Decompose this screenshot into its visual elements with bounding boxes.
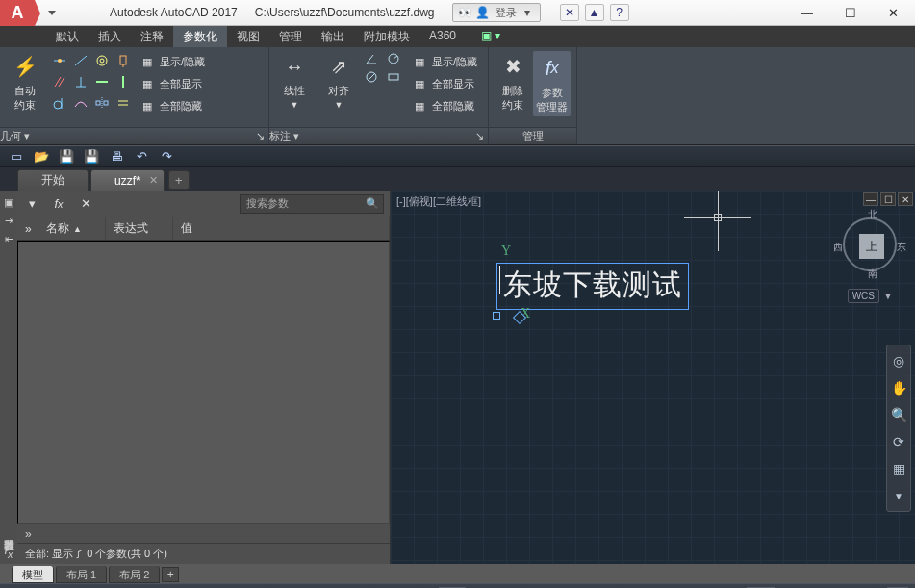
open-icon[interactable]: 📂 <box>33 148 50 166</box>
constraint-vertical-icon[interactable] <box>114 72 133 91</box>
nav-orbit-icon[interactable]: ⟳ <box>889 432 908 451</box>
exchange-icon[interactable]: ✕ <box>560 4 579 21</box>
help-icon[interactable]: ? <box>610 4 629 21</box>
title-search[interactable]: 👀 👤 登录 ▾ <box>452 3 541 22</box>
delete-constraints-button[interactable]: ✖ 删除 约束 <box>495 51 531 113</box>
close-button[interactable]: ✕ <box>872 0 915 26</box>
constraint-collinear-icon[interactable] <box>71 51 90 70</box>
dim-aligned-button[interactable]: ⇗ 对齐 ▼ <box>319 51 358 110</box>
undo-icon[interactable]: ↶ <box>133 148 150 166</box>
grip-handle[interactable] <box>493 312 500 320</box>
ribbon-tab-insert[interactable]: 插入 <box>89 26 131 47</box>
dim-show-hide-button[interactable]: ▦显示/隐藏 <box>411 51 477 72</box>
plot-icon[interactable]: 🖶 <box>108 148 125 166</box>
panel-title-dimensional[interactable]: 标注 ▾ ↘ <box>269 127 488 144</box>
close-tab-icon[interactable]: ✕ <box>149 174 158 187</box>
redo-icon[interactable]: ↷ <box>158 148 175 166</box>
geo-constraint-grid <box>50 51 133 113</box>
save-icon[interactable]: 💾 <box>58 148 75 166</box>
constraint-symmetric-icon[interactable] <box>92 93 112 113</box>
constraint-smooth-icon[interactable] <box>71 93 90 113</box>
fx-icon[interactable]: fx <box>50 195 67 213</box>
sort-asc-icon: ▲ <box>73 224 82 234</box>
dim-angular-icon[interactable] <box>364 51 383 66</box>
minimize-button[interactable]: — <box>785 0 828 26</box>
geo-hide-all-button[interactable]: ▦全部隐藏 <box>139 95 205 116</box>
new-icon[interactable]: ▭ <box>8 148 25 166</box>
layout-tab-model[interactable]: 模型 <box>12 566 54 583</box>
saveas-icon[interactable]: 💾 <box>83 148 100 166</box>
param-search-input[interactable]: 搜索参数 🔍 <box>240 194 384 214</box>
app-menu-dropdown-icon[interactable] <box>48 11 56 15</box>
ribbon-tab-output[interactable]: 输出 <box>312 26 354 47</box>
ribbon-tab-a360[interactable]: A360 <box>419 26 466 47</box>
dim-show-all-button[interactable]: ▦全部显示 <box>411 73 477 94</box>
constraint-perpendicular-icon[interactable] <box>71 72 90 91</box>
dim-convert-icon[interactable] <box>386 69 405 85</box>
nav-wheel-icon[interactable]: ◎ <box>889 351 908 371</box>
ribbon-tab-default[interactable]: 默认 <box>46 26 89 47</box>
nav-pan-icon[interactable]: ✋ <box>889 378 908 397</box>
ribbon-tab-annotate[interactable]: 注释 <box>131 26 173 47</box>
add-layout-button[interactable]: + <box>162 567 179 582</box>
vc-close-icon[interactable]: ✕ <box>898 192 913 206</box>
wcs-label[interactable]: WCS <box>848 289 879 303</box>
col-expression[interactable]: 表达式 <box>106 217 173 240</box>
app-logo[interactable]: A <box>0 0 35 26</box>
login-label[interactable]: 登录 <box>496 6 517 20</box>
dim-diameter-icon[interactable] <box>364 69 383 85</box>
parameters-manager-button[interactable]: fx 参数 管理器 <box>533 51 571 116</box>
layout-tab-2[interactable]: 布局 2 <box>109 566 160 583</box>
dialog-launcher-icon[interactable]: ↘ <box>475 130 484 142</box>
col-value[interactable]: 值 <box>173 217 390 240</box>
dialog-launcher-icon[interactable]: ↘ <box>256 130 265 142</box>
filter-icon[interactable]: ▾ <box>23 195 40 213</box>
constraint-tangent-icon[interactable] <box>50 93 69 113</box>
vc-max-icon[interactable]: ☐ <box>880 192 896 206</box>
viewcube-face[interactable]: 上 <box>859 234 884 259</box>
file-tab-uzzf[interactable]: uzzf*✕ <box>90 169 165 191</box>
geo-show-all-button[interactable]: ▦全部显示 <box>139 73 205 94</box>
document-tabs: 开始 uzzf*✕ + <box>0 167 915 191</box>
constraint-parallel-icon[interactable] <box>50 72 69 91</box>
file-tab-start[interactable]: 开始 <box>17 169 89 191</box>
ribbon-tab-parametric[interactable]: 参数化 <box>173 26 227 47</box>
layout-tab-1[interactable]: 布局 1 <box>56 566 107 583</box>
col-name[interactable]: 名称 ▲ <box>38 217 106 240</box>
text-edit-box[interactable]: 东坡下载测试 <box>496 263 689 310</box>
dim-radius-icon[interactable] <box>386 51 405 66</box>
nav-zoom-icon[interactable]: 🔍 <box>889 405 908 424</box>
viewport-label[interactable]: [-][俯视][二维线框] <box>396 194 481 209</box>
maximize-button[interactable]: ☐ <box>828 0 872 26</box>
nav-showmotion-icon[interactable]: ▦ <box>889 459 908 478</box>
palette-button-3[interactable]: ⇤ <box>5 233 13 245</box>
palette-button-2[interactable]: ⇥ <box>5 215 13 227</box>
constraint-equal-icon[interactable] <box>114 93 133 113</box>
collapse-button[interactable]: » <box>17 217 38 240</box>
autodesk-icon[interactable]: ▲ <box>585 4 604 21</box>
svg-point-4 <box>100 59 104 63</box>
ribbon-tab-focus[interactable]: ▣ ▾ <box>471 26 510 47</box>
dim-linear-button[interactable]: ↔ 线性 ▼ <box>275 51 314 110</box>
constraint-coincident-icon[interactable] <box>50 51 69 70</box>
new-tab-button[interactable]: + <box>168 170 190 190</box>
ribbon-tab-manage[interactable]: 管理 <box>269 26 312 47</box>
constraint-horizontal-icon[interactable] <box>92 72 112 91</box>
vc-min-icon[interactable]: — <box>863 192 878 206</box>
param-table-body[interactable] <box>17 241 390 524</box>
delete-icon[interactable]: ✕ <box>77 195 94 213</box>
param-expand-button[interactable]: » <box>17 524 390 543</box>
dim-hide-all-button[interactable]: ▦全部隐藏 <box>411 95 477 116</box>
view-cube[interactable]: 上 北 南 东 西 WCS ▼ <box>840 217 900 303</box>
drawing-canvas[interactable]: [-][俯视][二维线框] 东坡下载测试 Y X — ☐ ✕ 上 北 南 东 西… <box>391 191 915 564</box>
ribbon-tab-addins[interactable]: 附加模块 <box>354 26 419 47</box>
panel-title-geometric[interactable]: 几何 ▾ ↘ <box>0 127 268 144</box>
ribbon-tab-view[interactable]: 视图 <box>227 26 269 47</box>
geo-show-hide-button[interactable]: ▦显示/隐藏 <box>139 51 205 72</box>
constraint-concentric-icon[interactable] <box>92 51 112 70</box>
constraint-fix-icon[interactable] <box>114 51 133 70</box>
nav-more-icon[interactable]: ▼ <box>889 486 908 505</box>
auto-constrain-button[interactable]: ⚡ 自动 约束 <box>6 51 44 113</box>
navigation-bar: ◎ ✋ 🔍 ⟳ ▦ ▼ <box>886 345 911 512</box>
palette-button-1[interactable]: ▣ <box>4 196 13 209</box>
